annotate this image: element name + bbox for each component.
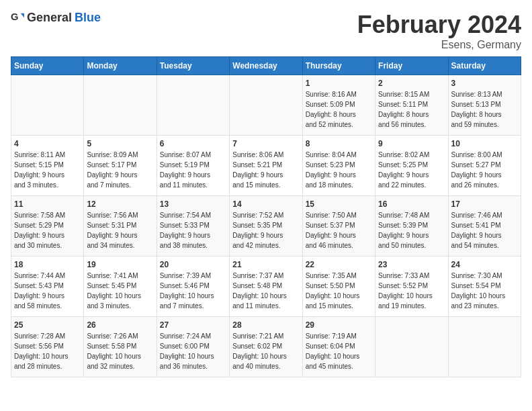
day-number: 23 [378, 260, 445, 269]
calendar-cell: 18Sunrise: 7:44 AM Sunset: 5:43 PM Dayli… [11, 257, 84, 317]
day-info: Sunrise: 8:06 AM Sunset: 5:21 PM Dayligh… [232, 150, 299, 190]
svg-text:G: G [11, 11, 18, 22]
calendar-cell: 20Sunrise: 7:39 AM Sunset: 5:46 PM Dayli… [157, 257, 229, 317]
calendar-cell [375, 317, 448, 377]
day-number: 20 [160, 260, 226, 269]
day-number: 7 [232, 139, 299, 148]
calendar-cell: 1Sunrise: 8:16 AM Sunset: 5:09 PM Daylig… [302, 75, 375, 136]
calendar-cell: 10Sunrise: 8:00 AM Sunset: 5:27 PM Dayli… [448, 136, 521, 196]
day-info: Sunrise: 7:58 AM Sunset: 5:29 PM Dayligh… [14, 210, 81, 250]
day-number: 10 [451, 139, 518, 148]
day-number: 5 [87, 139, 153, 148]
calendar-header: SundayMondayTuesdayWednesdayThursdayFrid… [11, 57, 521, 75]
calendar-cell: 4Sunrise: 8:11 AM Sunset: 5:15 PM Daylig… [11, 136, 84, 196]
day-info: Sunrise: 7:39 AM Sunset: 5:46 PM Dayligh… [160, 271, 226, 311]
calendar-cell: 8Sunrise: 8:04 AM Sunset: 5:23 PM Daylig… [302, 136, 375, 196]
calendar-cell: 12Sunrise: 7:56 AM Sunset: 5:31 PM Dayli… [84, 196, 157, 257]
day-info: Sunrise: 7:28 AM Sunset: 5:56 PM Dayligh… [14, 331, 81, 371]
calendar-cell: 2Sunrise: 8:15 AM Sunset: 5:11 PM Daylig… [375, 75, 448, 136]
weekday-header: Friday [375, 57, 448, 75]
calendar-cell: 7Sunrise: 8:06 AM Sunset: 5:21 PM Daylig… [230, 136, 302, 196]
calendar-cell: 26Sunrise: 7:26 AM Sunset: 5:58 PM Dayli… [84, 317, 157, 377]
calendar-cell: 24Sunrise: 7:30 AM Sunset: 5:54 PM Dayli… [448, 257, 521, 317]
day-number: 17 [451, 199, 518, 209]
day-info: Sunrise: 8:15 AM Sunset: 5:11 PM Dayligh… [378, 89, 445, 130]
calendar-cell: 22Sunrise: 7:35 AM Sunset: 5:50 PM Dayli… [302, 257, 375, 317]
day-number: 13 [160, 199, 226, 209]
day-number: 16 [378, 199, 445, 209]
page-header: G General Blue February 2024 Esens, Germ… [11, 11, 521, 51]
day-number: 8 [306, 139, 372, 148]
weekday-header: Sunday [11, 57, 84, 75]
day-info: Sunrise: 8:13 AM Sunset: 5:13 PM Dayligh… [451, 89, 518, 130]
day-info: Sunrise: 8:09 AM Sunset: 5:17 PM Dayligh… [87, 150, 153, 190]
calendar-cell: 25Sunrise: 7:28 AM Sunset: 5:56 PM Dayli… [11, 317, 84, 377]
day-number: 9 [378, 139, 445, 148]
weekday-header: Thursday [302, 57, 375, 75]
day-info: Sunrise: 8:04 AM Sunset: 5:23 PM Dayligh… [306, 150, 372, 190]
day-number: 19 [87, 260, 153, 269]
calendar-week-row: 4Sunrise: 8:11 AM Sunset: 5:15 PM Daylig… [11, 136, 521, 196]
calendar-cell: 6Sunrise: 8:07 AM Sunset: 5:19 PM Daylig… [157, 136, 229, 196]
day-number: 18 [14, 260, 81, 269]
calendar-week-row: 11Sunrise: 7:58 AM Sunset: 5:29 PM Dayli… [11, 196, 521, 257]
calendar-cell [157, 75, 229, 136]
day-info: Sunrise: 8:00 AM Sunset: 5:27 PM Dayligh… [451, 150, 518, 190]
calendar-cell: 16Sunrise: 7:48 AM Sunset: 5:39 PM Dayli… [375, 196, 448, 257]
day-number: 11 [14, 199, 81, 209]
day-info: Sunrise: 7:46 AM Sunset: 5:41 PM Dayligh… [451, 210, 518, 250]
weekday-header: Wednesday [230, 57, 302, 75]
day-number: 2 [378, 79, 445, 88]
calendar-cell: 3Sunrise: 8:13 AM Sunset: 5:13 PM Daylig… [448, 75, 521, 136]
day-number: 12 [87, 199, 153, 209]
day-info: Sunrise: 7:30 AM Sunset: 5:54 PM Dayligh… [451, 271, 518, 311]
day-info: Sunrise: 8:16 AM Sunset: 5:09 PM Dayligh… [306, 89, 372, 130]
day-info: Sunrise: 7:52 AM Sunset: 5:35 PM Dayligh… [232, 210, 299, 250]
calendar-cell: 21Sunrise: 7:37 AM Sunset: 5:48 PM Dayli… [230, 257, 302, 317]
logo-general: General [27, 11, 72, 25]
title-section: February 2024 Esens, Germany [357, 11, 521, 51]
calendar-cell [230, 75, 302, 136]
day-info: Sunrise: 7:50 AM Sunset: 5:37 PM Dayligh… [306, 210, 372, 250]
calendar-cell: 13Sunrise: 7:54 AM Sunset: 5:33 PM Dayli… [157, 196, 229, 257]
day-number: 4 [14, 139, 81, 148]
weekday-header: Saturday [448, 57, 521, 75]
calendar-week-row: 18Sunrise: 7:44 AM Sunset: 5:43 PM Dayli… [11, 257, 521, 317]
calendar-week-row: 1Sunrise: 8:16 AM Sunset: 5:09 PM Daylig… [11, 75, 521, 136]
day-number: 1 [306, 79, 372, 88]
calendar-cell [84, 75, 157, 136]
weekday-header: Tuesday [157, 57, 229, 75]
day-info: Sunrise: 7:37 AM Sunset: 5:48 PM Dayligh… [232, 271, 299, 311]
day-number: 21 [232, 260, 299, 269]
day-number: 15 [306, 199, 372, 209]
calendar-title: February 2024 [357, 11, 521, 39]
logo-icon: G [11, 11, 24, 25]
day-number: 28 [232, 320, 299, 330]
calendar-week-row: 25Sunrise: 7:28 AM Sunset: 5:56 PM Dayli… [11, 317, 521, 377]
day-number: 22 [306, 260, 372, 269]
calendar-cell: 15Sunrise: 7:50 AM Sunset: 5:37 PM Dayli… [302, 196, 375, 257]
day-number: 3 [451, 79, 518, 88]
day-info: Sunrise: 8:02 AM Sunset: 5:25 PM Dayligh… [378, 150, 445, 190]
day-info: Sunrise: 7:41 AM Sunset: 5:45 PM Dayligh… [87, 271, 153, 311]
calendar-cell: 9Sunrise: 8:02 AM Sunset: 5:25 PM Daylig… [375, 136, 448, 196]
calendar-cell: 11Sunrise: 7:58 AM Sunset: 5:29 PM Dayli… [11, 196, 84, 257]
calendar-cell: 27Sunrise: 7:24 AM Sunset: 6:00 PM Dayli… [157, 317, 229, 377]
day-info: Sunrise: 8:07 AM Sunset: 5:19 PM Dayligh… [160, 150, 226, 190]
day-number: 24 [451, 260, 518, 269]
day-number: 26 [87, 320, 153, 330]
weekday-header: Monday [84, 57, 157, 75]
logo-blue: Blue [75, 11, 101, 25]
day-number: 27 [160, 320, 226, 330]
calendar-subtitle: Esens, Germany [357, 39, 521, 51]
calendar-cell: 14Sunrise: 7:52 AM Sunset: 5:35 PM Dayli… [230, 196, 302, 257]
day-info: Sunrise: 7:24 AM Sunset: 6:00 PM Dayligh… [160, 331, 226, 371]
day-info: Sunrise: 7:54 AM Sunset: 5:33 PM Dayligh… [160, 210, 226, 250]
calendar-cell: 17Sunrise: 7:46 AM Sunset: 5:41 PM Dayli… [448, 196, 521, 257]
day-info: Sunrise: 7:33 AM Sunset: 5:52 PM Dayligh… [378, 271, 445, 311]
day-info: Sunrise: 8:11 AM Sunset: 5:15 PM Dayligh… [14, 150, 81, 190]
day-info: Sunrise: 7:35 AM Sunset: 5:50 PM Dayligh… [306, 271, 372, 311]
day-number: 6 [160, 139, 226, 148]
day-info: Sunrise: 7:26 AM Sunset: 5:58 PM Dayligh… [87, 331, 153, 371]
day-number: 14 [232, 199, 299, 209]
